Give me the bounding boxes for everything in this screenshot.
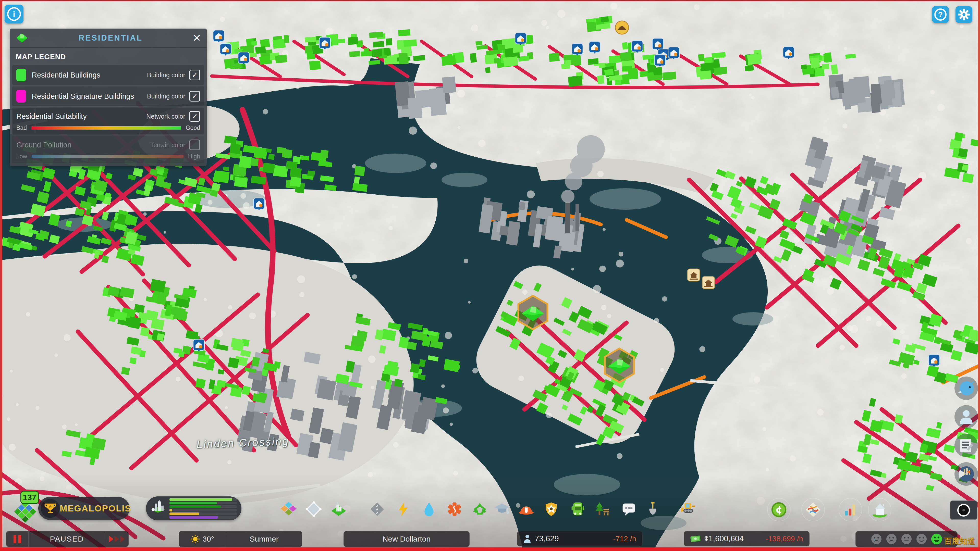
bar-chart-icon	[843, 502, 858, 517]
population-button[interactable]: 73,629 -712 /h	[517, 531, 643, 546]
question-icon: ?	[934, 8, 947, 21]
panel-title: RESIDENTIAL	[29, 33, 192, 43]
face-sad-icon	[886, 533, 897, 545]
high-rent-badge[interactable]	[319, 37, 331, 49]
bulldozer-icon	[680, 501, 697, 518]
legend-row-residential-buildings: Residential Buildings Building color ✓	[12, 65, 204, 85]
high-rent-badge[interactable]	[572, 43, 583, 56]
signature-zone-marker[interactable]	[518, 295, 547, 329]
high-rent-badge[interactable]	[589, 41, 600, 54]
statistics-button[interactable]	[955, 462, 978, 486]
medical-star-icon	[447, 501, 463, 517]
demand-bar-office	[169, 516, 237, 519]
high-rent-badge[interactable]	[220, 43, 231, 56]
photo-mode-button[interactable]	[950, 500, 977, 520]
happiness-widget[interactable]	[856, 531, 958, 547]
lifepath-button[interactable]	[955, 405, 978, 429]
scale-high-label: High	[188, 153, 200, 160]
homeless-notification-icon[interactable]	[615, 21, 628, 34]
infoviews-button[interactable]: i	[5, 5, 24, 24]
chirper-button[interactable]	[955, 376, 978, 400]
legend-row-ground-pollution: Ground Pollution Terrain color Low High	[12, 136, 204, 163]
high-rent-badge[interactable]	[928, 354, 940, 367]
house-icon	[871, 501, 888, 518]
demand-bar-industrial	[169, 513, 237, 515]
help-button[interactable]: ?	[932, 6, 949, 23]
milestone-button[interactable]: MEGALOPOLIS	[38, 497, 130, 520]
zones-button[interactable]	[277, 498, 300, 520]
economy-coin-icon: ¢	[771, 502, 787, 518]
city-name-button[interactable]: New Dollarton	[344, 531, 469, 547]
chirper-bird-icon	[956, 379, 976, 398]
high-rent-badge[interactable]	[193, 339, 204, 351]
high-rent-badge[interactable]	[515, 33, 526, 45]
bulldoze-button[interactable]	[678, 498, 700, 520]
climate-widget: 30° Summer	[179, 531, 302, 547]
close-icon[interactable]: ✕	[192, 33, 201, 43]
tiles-count-badge: 137	[21, 491, 39, 504]
residential-buildings-checkbox[interactable]: ✓	[189, 70, 200, 80]
high-rent-badge[interactable]	[213, 30, 224, 42]
signature-buildings-checkbox[interactable]: ✓	[189, 91, 200, 102]
ground-pollution-checkbox[interactable]	[189, 140, 200, 150]
speed-button[interactable]	[105, 536, 128, 542]
temperature-value: 30°	[202, 535, 214, 543]
healthcare-button[interactable]	[443, 498, 466, 520]
trophy-icon	[44, 502, 57, 515]
fire-rescue-button[interactable]	[515, 498, 538, 520]
high-rent-badge[interactable]	[668, 47, 679, 59]
map-icon	[805, 502, 821, 518]
signature-zone-marker[interactable]	[605, 348, 634, 382]
demand-button[interactable]	[146, 496, 242, 520]
education-button[interactable]	[491, 498, 513, 520]
high-rent-badge[interactable]	[783, 47, 794, 59]
face-happy-icon-selected	[931, 533, 942, 545]
garbage-button[interactable]	[469, 498, 491, 520]
landscaping-button[interactable]	[641, 498, 664, 520]
watermark: 百度知道	[944, 536, 975, 546]
communications-button[interactable]	[617, 498, 640, 520]
parks-recreation-button[interactable]	[591, 498, 614, 520]
landmarks-button[interactable]	[328, 498, 350, 520]
milestone-label: MEGALOPOLIS	[60, 503, 136, 513]
residential-zone-icon	[15, 32, 29, 44]
high-rent-badge[interactable]	[632, 41, 643, 53]
map-infoviews-button[interactable]	[801, 498, 825, 521]
demand-bar-commercial	[169, 509, 237, 511]
citizen-icon	[958, 408, 975, 425]
city-statistics-button[interactable]	[838, 498, 862, 521]
season-label: Summer	[226, 535, 302, 543]
mode-label: Network color	[146, 113, 185, 120]
housing-overview-button[interactable]	[868, 498, 891, 521]
abandoned-building-badge[interactable]	[687, 269, 700, 281]
roads-button[interactable]	[366, 498, 388, 520]
journal-notes-icon	[958, 437, 974, 453]
police-button[interactable]	[540, 498, 563, 520]
high-rent-badge[interactable]	[253, 198, 265, 210]
pause-button[interactable]	[6, 535, 28, 543]
economy-button[interactable]: ¢	[767, 498, 791, 521]
mode-label: Terrain color	[150, 141, 185, 149]
paused-label: PAUSED	[29, 535, 105, 543]
row-label: Residential Suitability	[16, 112, 146, 121]
gear-icon	[958, 9, 970, 21]
info-icon: i	[7, 7, 21, 21]
settings-button[interactable]	[956, 6, 972, 23]
suitability-checkbox[interactable]: ✓	[189, 111, 200, 122]
signature-areas-button[interactable]	[302, 498, 325, 520]
journal-button[interactable]	[955, 433, 978, 457]
chat-bubble-icon	[621, 501, 637, 517]
simulation-speed-control: PAUSED	[6, 531, 129, 547]
abandoned-building-badge[interactable]	[702, 276, 714, 289]
high-rent-badge[interactable]	[654, 55, 666, 67]
electricity-bolt-icon	[395, 501, 411, 517]
transportation-button[interactable]	[566, 498, 589, 520]
money-button[interactable]: ¢1,600,604 -138,699 /h	[684, 531, 810, 546]
legend-row-suitability: Residential Suitability Network color ✓ …	[12, 107, 204, 135]
face-content-icon	[916, 533, 928, 545]
electricity-button[interactable]	[392, 498, 414, 520]
panel-header: RESIDENTIAL ✕	[10, 29, 207, 48]
graduation-cap-icon	[494, 501, 510, 517]
high-rent-badge[interactable]	[238, 52, 249, 64]
water-sewage-button[interactable]	[418, 498, 440, 520]
